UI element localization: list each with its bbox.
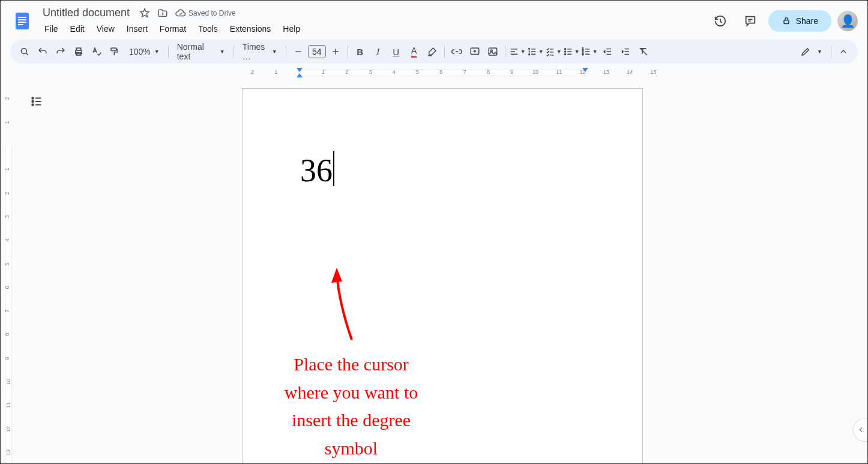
add-comment-icon[interactable] xyxy=(466,43,483,60)
italic-icon[interactable]: I xyxy=(370,43,387,60)
underline-icon[interactable]: U xyxy=(388,43,405,60)
redo-icon[interactable] xyxy=(52,43,69,60)
document-text: 36 xyxy=(300,152,333,189)
title-area: Untitled document Saved to Drive File Ed… xyxy=(39,5,704,36)
menu-edit[interactable]: Edit xyxy=(65,22,90,36)
svg-point-16 xyxy=(564,53,565,55)
svg-point-6 xyxy=(21,48,26,53)
svg-rect-5 xyxy=(784,20,789,23)
menu-help[interactable]: Help xyxy=(277,22,306,36)
svg-point-14 xyxy=(564,49,565,50)
numbered-list-icon[interactable]: 123▼ xyxy=(581,43,598,60)
svg-rect-0 xyxy=(16,13,29,29)
bold-icon[interactable]: B xyxy=(352,43,369,60)
menu-view[interactable]: View xyxy=(91,22,120,36)
outline-toggle-icon[interactable] xyxy=(26,91,47,112)
font-size-increase[interactable] xyxy=(327,43,344,60)
menu-extensions[interactable]: Extensions xyxy=(225,22,276,36)
menu-tools[interactable]: Tools xyxy=(193,22,223,36)
separator xyxy=(168,46,169,58)
separator xyxy=(286,46,286,58)
checklist-icon[interactable]: ▼ xyxy=(545,43,562,60)
align-icon[interactable]: ▼ xyxy=(509,43,526,60)
undo-icon[interactable] xyxy=(34,43,51,60)
menu-format[interactable]: Format xyxy=(154,22,191,36)
menubar: File Edit View Insert Format Tools Exten… xyxy=(39,22,704,36)
outdent-icon[interactable] xyxy=(599,43,616,60)
svg-text:3: 3 xyxy=(582,52,583,56)
text-cursor xyxy=(333,151,334,186)
svg-rect-1 xyxy=(18,17,26,18)
separator xyxy=(505,46,505,58)
workspace: 36 xyxy=(15,77,857,463)
menu-file[interactable]: File xyxy=(39,22,64,36)
toolbar: 100%▼ Normal text▼ Times …▼ 54 B I U A ▼… xyxy=(10,40,858,64)
insert-image-icon[interactable] xyxy=(484,43,501,60)
document-title[interactable]: Untitled document xyxy=(39,5,133,20)
title-icons: Saved to Drive xyxy=(139,8,236,19)
separator xyxy=(444,46,445,58)
page-content[interactable]: 36 xyxy=(300,146,334,189)
svg-rect-4 xyxy=(18,24,23,25)
page[interactable]: 36 xyxy=(242,88,643,463)
highlight-icon[interactable] xyxy=(424,43,441,60)
paragraph-style-select[interactable]: Normal text▼ xyxy=(172,43,230,60)
separator xyxy=(831,46,831,58)
link-icon[interactable] xyxy=(448,43,465,60)
move-icon[interactable] xyxy=(157,8,168,19)
toolbar-wrap: 100%▼ Normal text▼ Times …▼ 54 B I U A ▼… xyxy=(1,36,867,64)
svg-point-20 xyxy=(32,97,34,99)
star-icon[interactable] xyxy=(139,8,150,19)
editing-mode-select[interactable]: ▼ xyxy=(795,43,827,60)
svg-point-15 xyxy=(564,51,565,52)
collapse-toolbar-icon[interactable] xyxy=(835,43,852,60)
clear-format-icon[interactable] xyxy=(635,43,652,60)
header: Untitled document Saved to Drive File Ed… xyxy=(1,1,867,36)
font-size-decrease[interactable] xyxy=(290,43,307,60)
ruler-vertical[interactable]: 2112345678910111213 xyxy=(4,77,13,463)
save-status[interactable]: Saved to Drive xyxy=(175,8,236,19)
comments-icon[interactable] xyxy=(738,9,762,33)
save-status-text: Saved to Drive xyxy=(188,9,236,17)
svg-rect-8 xyxy=(76,48,81,50)
indent-icon[interactable] xyxy=(617,43,634,60)
svg-point-21 xyxy=(32,101,34,103)
title-row: Untitled document Saved to Drive xyxy=(39,5,704,20)
print-icon[interactable] xyxy=(70,43,87,60)
bullet-list-icon[interactable]: ▼ xyxy=(563,43,580,60)
paint-format-icon[interactable] xyxy=(106,43,123,60)
header-right: Share 👤 xyxy=(708,9,858,33)
separator xyxy=(348,46,348,58)
svg-rect-2 xyxy=(18,19,26,20)
menu-insert[interactable]: Insert xyxy=(121,22,153,36)
spellcheck-icon[interactable] xyxy=(88,43,105,60)
zoom-select[interactable]: 100%▼ xyxy=(124,43,164,60)
style-value: Normal text xyxy=(177,42,216,61)
text-color-icon[interactable]: A xyxy=(406,43,423,60)
svg-rect-12 xyxy=(489,48,497,55)
font-size-input[interactable]: 54 xyxy=(308,45,326,58)
font-select[interactable]: Times …▼ xyxy=(238,43,282,60)
share-label: Share xyxy=(796,16,818,26)
history-icon[interactable] xyxy=(708,9,732,33)
line-spacing-icon[interactable]: ▼ xyxy=(527,43,544,60)
share-button[interactable]: Share xyxy=(768,10,831,32)
zoom-value: 100% xyxy=(129,47,151,56)
font-value: Times … xyxy=(243,42,268,61)
separator xyxy=(234,46,234,58)
search-icon[interactable] xyxy=(16,43,33,60)
svg-rect-3 xyxy=(18,22,26,23)
docs-logo[interactable] xyxy=(10,9,34,33)
ruler-horizontal[interactable]: 21123456789101112131415 xyxy=(15,68,857,77)
svg-rect-10 xyxy=(111,48,116,51)
svg-point-22 xyxy=(32,104,34,106)
avatar[interactable]: 👤 xyxy=(837,11,858,31)
